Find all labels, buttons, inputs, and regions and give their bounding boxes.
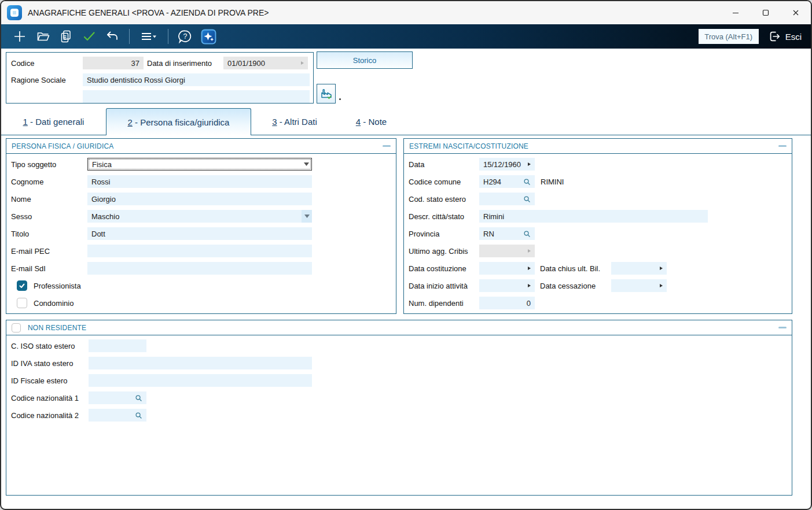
- provincia-field[interactable]: RN: [479, 227, 535, 240]
- c-iso-stato-estero-field[interactable]: [89, 339, 146, 352]
- ragione-sociale-field[interactable]: Studio dentistico Rossi Giorgi: [83, 73, 310, 86]
- persona-fisica-panel-header: PERSONA FISICA / GIURIDICA: [6, 139, 396, 154]
- search-icon[interactable]: [523, 195, 531, 203]
- descr-citta-stato-field[interactable]: Rimini: [479, 210, 708, 223]
- company-status-button[interactable]: [317, 84, 336, 104]
- app-window: ANAGRAFICHE GENERALI <PROVA - AZIENDA DI…: [0, 0, 812, 510]
- data-nascita-row: Data 15/12/1960: [404, 156, 792, 173]
- codice-nazionalita-1-field[interactable]: [89, 391, 146, 404]
- triangle-right-icon: [528, 267, 531, 270]
- id-fiscale-estero-row: ID Fiscale estero: [6, 372, 792, 389]
- estremi-nascita-panel: ESTREMI NASCITA/COSTITUZIONE Data 15/12/…: [403, 138, 792, 314]
- sesso-select[interactable]: Maschio: [87, 210, 312, 223]
- descr-citta-stato-row: Descr. città/stato Rimini: [404, 208, 792, 225]
- close-icon: [792, 9, 799, 16]
- help-button[interactable]: ?: [174, 27, 197, 46]
- persona-fisica-panel: PERSONA FISICA / GIURIDICA Tipo soggetto…: [6, 138, 396, 314]
- codice-row: Codice 37 Data di inserimento 01/01/1900: [6, 56, 313, 71]
- email-pec-row: E-mail PEC: [6, 242, 396, 260]
- titolo-field[interactable]: Dott: [87, 227, 312, 240]
- condominio-checkbox[interactable]: [17, 298, 27, 308]
- id-fiscale-estero-field[interactable]: [89, 374, 312, 387]
- data-inizio-attivita-field[interactable]: [479, 279, 535, 292]
- collapse-minus-icon[interactable]: [383, 145, 391, 147]
- tipo-soggetto-select[interactable]: Fisica: [87, 158, 312, 171]
- data-costituzione-field[interactable]: [479, 262, 535, 275]
- exit-button[interactable]: Esci: [768, 30, 804, 43]
- storico-button[interactable]: Storico: [317, 51, 413, 69]
- codice-comune-field[interactable]: H294: [479, 175, 535, 188]
- tipo-soggetto-row: Tipo soggetto Fisica: [6, 156, 396, 173]
- email-sdi-row: E-mail SdI: [6, 260, 396, 277]
- search-icon[interactable]: [523, 230, 531, 238]
- titlebar: ANAGRAFICHE GENERALI <PROVA - AZIENDA DI…: [1, 1, 811, 24]
- professionista-checkbox[interactable]: [17, 280, 27, 291]
- close-button[interactable]: [781, 1, 811, 24]
- svg-text:?: ?: [183, 32, 188, 40]
- num-dipendenti-field[interactable]: 0: [479, 297, 535, 309]
- copy-button[interactable]: [54, 27, 78, 46]
- maximize-icon: [762, 9, 769, 16]
- search-icon[interactable]: [135, 394, 142, 402]
- ragione-sociale-row: Ragione Sociale Studio dentistico Rossi …: [6, 72, 313, 87]
- triangle-right-icon: [660, 267, 663, 270]
- ragione-sociale-label: Ragione Sociale: [11, 76, 83, 84]
- new-button[interactable]: [8, 27, 31, 46]
- chevron-down-icon: [302, 210, 312, 223]
- exit-icon: [768, 30, 781, 43]
- codice-label: Codice: [11, 59, 83, 68]
- open-button[interactable]: [31, 27, 54, 46]
- codice-comune-descrizione: RIMINI: [541, 178, 564, 186]
- collapse-minus-icon[interactable]: [778, 327, 787, 328]
- undo-button[interactable]: [101, 27, 124, 46]
- professionista-label: Professionista: [34, 282, 81, 290]
- id-iva-stato-estero-field[interactable]: [89, 357, 312, 369]
- nome-field[interactable]: Giorgio: [87, 193, 312, 205]
- id-iva-stato-estero-row: ID IVA stato estero: [6, 354, 792, 372]
- window-title: ANAGRAFICHE GENERALI <PROVA - AZIENDA DI…: [28, 8, 269, 17]
- tab-altri-dati[interactable]: 3 - Altri Dati: [251, 108, 338, 135]
- data-chius-ult-bil-field[interactable]: [611, 262, 667, 275]
- panel-title: PERSONA FISICA / GIURIDICA: [12, 142, 114, 150]
- tab-note[interactable]: 4 - Note: [338, 108, 405, 135]
- cognome-field[interactable]: Rossi: [87, 175, 312, 188]
- ai-assistant-button[interactable]: [197, 27, 220, 46]
- folder-icon: [36, 29, 50, 43]
- data-inserimento-field[interactable]: 01/01/1900: [223, 57, 308, 69]
- toolbar-separator: [168, 29, 168, 44]
- titolo-row: Titolo Dott: [6, 225, 396, 242]
- help-icon: ?: [178, 29, 193, 44]
- tab-strip: 1 - Dati generali 2 - Persona fisica/giu…: [1, 108, 812, 135]
- codice-nazionalita-1-row: Codice nazionalità 1: [6, 389, 792, 406]
- ragione-sociale-field-2[interactable]: [83, 90, 310, 103]
- codice-nazionalita-2-field[interactable]: [89, 409, 146, 422]
- triangle-right-icon: [528, 249, 531, 253]
- triangle-right-icon: [301, 61, 304, 65]
- tab-dati-generali[interactable]: 1 - Dati generali: [1, 108, 106, 135]
- toolbar: ? Trova (Alt+F1) Esci: [1, 24, 811, 49]
- panel-title: ESTREMI NASCITA/COSTITUZIONE: [409, 142, 528, 150]
- data-nascita-field[interactable]: 15/12/1960: [479, 158, 535, 171]
- app-logo-icon: [7, 5, 22, 20]
- triangle-right-icon: [660, 284, 663, 287]
- search-icon[interactable]: [523, 178, 531, 186]
- confirm-button[interactable]: [78, 27, 101, 46]
- maximize-button[interactable]: [751, 1, 781, 24]
- c-iso-stato-estero-row: C. ISO stato estero: [6, 337, 792, 354]
- search-icon[interactable]: [135, 412, 142, 419]
- find-button[interactable]: Trova (Alt+F1): [699, 29, 759, 44]
- codice-comune-row: Codice comune H294 RIMINI: [404, 173, 792, 190]
- ragione-sociale-row-2: [6, 89, 313, 104]
- minimize-button[interactable]: [721, 1, 751, 24]
- cod-stato-estero-field[interactable]: [479, 193, 535, 205]
- menu-button[interactable]: [135, 27, 163, 46]
- email-pec-field[interactable]: [87, 245, 312, 257]
- non-residente-panel-header: NON RESIDENTE: [6, 320, 792, 335]
- professionista-row: Professionista: [6, 277, 396, 294]
- codice-field[interactable]: 37: [83, 57, 144, 69]
- non-residente-checkbox[interactable]: [12, 323, 21, 332]
- collapse-minus-icon[interactable]: [778, 145, 787, 147]
- data-cessazione-field[interactable]: [611, 279, 667, 292]
- email-sdi-field[interactable]: [87, 262, 312, 275]
- tab-persona-fisica-giuridica[interactable]: 2 - Persona fisica/giuridica: [106, 108, 251, 135]
